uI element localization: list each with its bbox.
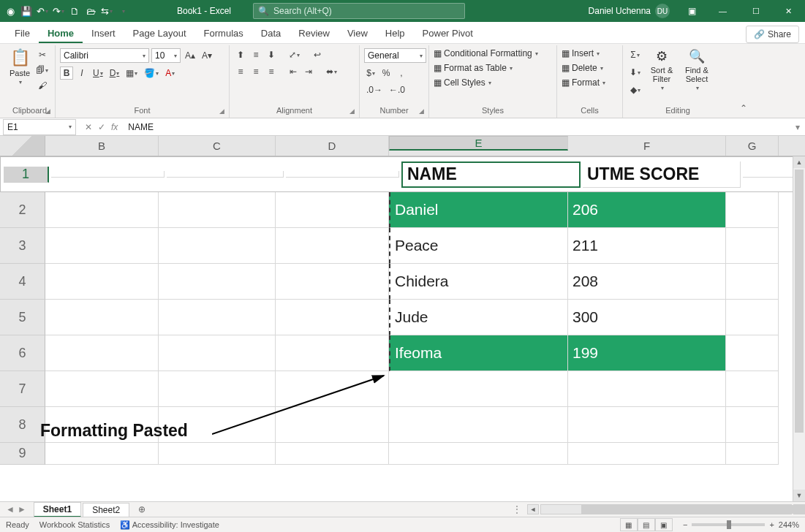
sheet-tab-2[interactable]: Sheet2: [83, 503, 129, 517]
dialog-launcher-icon[interactable]: ◢: [45, 107, 50, 115]
page-break-view-icon[interactable]: ▣: [655, 518, 673, 531]
fill-icon[interactable]: ⬇▾: [627, 66, 643, 79]
col-header-c[interactable]: C: [159, 136, 276, 156]
font-color-button[interactable]: A▾: [163, 66, 177, 80]
sort-filter-button[interactable]: ⚙ Sort & Filter▾: [646, 48, 678, 91]
paste-button[interactable]: 📋 Paste ▾: [9, 48, 31, 86]
autosum-icon[interactable]: Σ▾: [627, 48, 643, 61]
italic-button[interactable]: I: [75, 66, 88, 80]
tab-help[interactable]: Help: [377, 23, 414, 43]
row-header-9[interactable]: 9: [0, 443, 45, 465]
cell-g1[interactable]: [743, 171, 795, 178]
qat-more-icon[interactable]: ⇆▾: [101, 5, 113, 17]
qat-customize-icon[interactable]: ▾: [117, 5, 129, 17]
scroll-thumb[interactable]: [795, 170, 804, 433]
tab-formulas[interactable]: Formulas: [195, 23, 252, 43]
delete-cells-button[interactable]: ▦ Delete ▾: [562, 63, 605, 73]
cell-d6[interactable]: [276, 335, 389, 371]
cell-d3[interactable]: [276, 228, 389, 264]
decrease-indent-icon[interactable]: ⇤: [287, 65, 300, 78]
cell-g5[interactable]: [726, 300, 779, 335]
tab-page-layout[interactable]: Page Layout: [124, 23, 195, 43]
align-center-icon[interactable]: ≡: [249, 65, 262, 78]
increase-indent-icon[interactable]: ⇥: [302, 65, 315, 78]
cell-e4[interactable]: Chidera: [389, 264, 568, 300]
decrease-font-icon[interactable]: A▾: [200, 49, 214, 62]
cell-f2[interactable]: 206: [568, 192, 726, 228]
cell-e3[interactable]: Peace: [389, 228, 568, 264]
normal-view-icon[interactable]: ▦: [620, 518, 638, 531]
cell-e7[interactable]: [389, 371, 568, 407]
font-name-select[interactable]: Calibri▾: [60, 48, 149, 63]
row-header-2[interactable]: 2: [0, 192, 45, 228]
cell-c4[interactable]: [159, 264, 276, 300]
tab-data[interactable]: Data: [252, 23, 290, 43]
cancel-formula-icon[interactable]: ✕: [85, 122, 92, 132]
vertical-scrollbar[interactable]: ▲ ▼: [793, 156, 805, 501]
cell-b2[interactable]: [45, 192, 159, 228]
row-header-1[interactable]: 1: [4, 167, 49, 183]
autosave-toggle-icon[interactable]: ◉: [4, 5, 16, 17]
cut-icon[interactable]: ✂: [34, 48, 50, 61]
cell-g9[interactable]: [726, 443, 779, 465]
maximize-button[interactable]: ☐: [739, 0, 772, 22]
cell-c3[interactable]: [159, 228, 276, 264]
wrap-text-icon[interactable]: ↩: [311, 48, 324, 61]
insert-cells-button[interactable]: ▦ Insert ▾: [562, 48, 605, 58]
row-header-4[interactable]: 4: [0, 264, 45, 300]
cell-b4[interactable]: [45, 264, 159, 300]
scroll-left-icon[interactable]: ◄: [527, 504, 539, 514]
fill-color-button[interactable]: 🪣▾: [142, 66, 161, 80]
cell-d4[interactable]: [276, 264, 389, 300]
share-button[interactable]: 🔗 Share: [746, 26, 799, 43]
zoom-slider[interactable]: [692, 523, 765, 526]
dialog-launcher-icon[interactable]: ◢: [349, 107, 355, 115]
format-painter-icon[interactable]: 🖌: [34, 79, 50, 92]
horizontal-scrollbar[interactable]: ⋮ ◄ ►: [513, 504, 805, 514]
find-select-button[interactable]: 🔍 Find & Select▾: [681, 48, 713, 91]
tab-power-pivot[interactable]: Power Pivot: [414, 23, 482, 43]
cell-c2[interactable]: [159, 192, 276, 228]
tab-insert[interactable]: Insert: [83, 23, 124, 43]
undo-icon[interactable]: ↶▾: [37, 5, 48, 17]
clear-icon[interactable]: ◆▾: [627, 83, 643, 96]
cell-c6[interactable]: [159, 335, 276, 371]
comma-format-icon[interactable]: ,: [395, 66, 408, 80]
cell-g7[interactable]: [726, 371, 779, 407]
sheet-tab-1[interactable]: Sheet1: [34, 502, 81, 517]
cell-b6[interactable]: [45, 335, 159, 371]
col-header-f[interactable]: F: [568, 136, 726, 156]
align-left-icon[interactable]: ≡: [234, 65, 247, 78]
conditional-formatting-button[interactable]: ▦ Conditional Formatting ▾: [434, 48, 538, 58]
account-button[interactable]: Daniel Uchenna DU: [581, 4, 677, 18]
increase-font-icon[interactable]: A▴: [183, 49, 197, 62]
row-header-8[interactable]: 8: [0, 407, 45, 443]
cell-f7[interactable]: [568, 371, 726, 407]
cell-g2[interactable]: [726, 192, 779, 228]
new-sheet-button[interactable]: ⊕: [134, 504, 150, 514]
cell-b1[interactable]: [51, 171, 165, 178]
name-box[interactable]: E1▾: [3, 119, 76, 135]
format-cells-button[interactable]: ▦ Format ▾: [562, 77, 605, 88]
tab-home[interactable]: Home: [39, 23, 83, 43]
cell-g3[interactable]: [726, 228, 779, 264]
collapse-ribbon-icon[interactable]: ⌃: [733, 45, 755, 118]
double-underline-button[interactable]: D▾: [107, 66, 122, 80]
minimize-button[interactable]: —: [706, 0, 739, 22]
cell-g4[interactable]: [726, 264, 779, 300]
fx-icon[interactable]: fx: [111, 122, 118, 132]
enter-formula-icon[interactable]: ✓: [98, 122, 105, 132]
font-size-select[interactable]: 10▾: [151, 48, 181, 63]
increase-decimal-icon[interactable]: .0→: [364, 83, 385, 96]
redo-icon[interactable]: ↷▾: [53, 5, 64, 17]
search-box[interactable]: 🔍 Search (Alt+Q): [253, 3, 465, 19]
cell-e6[interactable]: Ifeoma: [389, 335, 568, 371]
cell-f3[interactable]: 211: [568, 228, 726, 264]
col-header-g[interactable]: G: [726, 136, 779, 156]
cell-f1[interactable]: UTME SCORE: [583, 162, 741, 188]
align-bottom-icon[interactable]: ⬇: [265, 48, 278, 61]
cell-c9[interactable]: [159, 443, 276, 465]
align-right-icon[interactable]: ≡: [265, 65, 278, 78]
cell-d1[interactable]: [286, 171, 399, 178]
cell-f8[interactable]: [568, 407, 726, 443]
